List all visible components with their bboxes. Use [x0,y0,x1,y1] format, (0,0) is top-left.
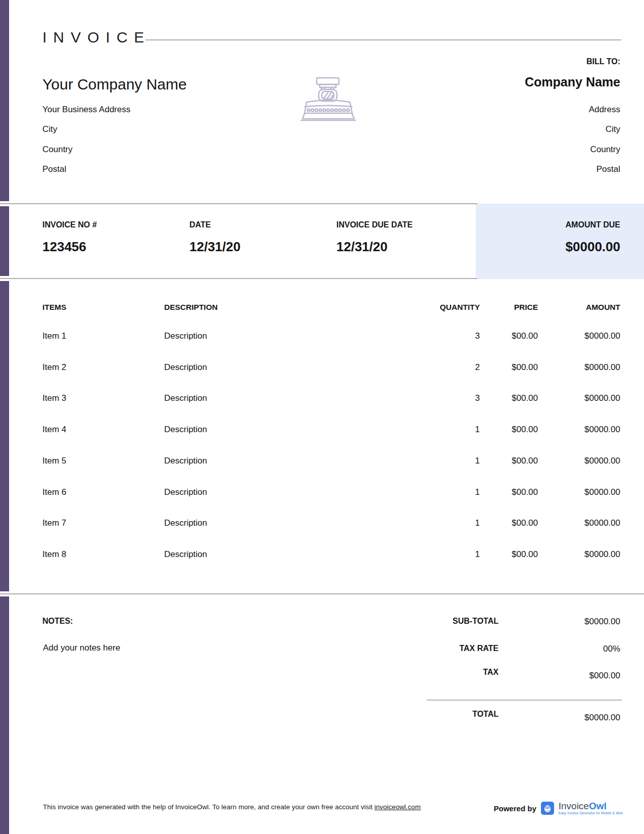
item-price: $00.00 [512,425,538,435]
owl-icon [541,802,554,815]
item-quantity: 1 [475,425,480,435]
notes-label: NOTES: [42,617,73,626]
notes-body: Add your notes here [43,643,120,653]
item-name: Item 1 [42,331,66,341]
total-label: TOTAL [472,710,499,719]
tax-value: $000.00 [589,671,620,681]
meta-bottom-rule [0,278,477,279]
item-price: $00.00 [512,362,538,373]
tax-label: TAX [483,668,499,677]
amount-due-label: AMOUNT DUE [566,220,620,229]
item-quantity: 1 [475,487,480,497]
item-amount: $0000.00 [584,331,620,341]
item-quantity: 1 [475,518,480,528]
item-amount: $0000.00 [584,518,620,528]
item-amount: $0000.00 [584,362,620,373]
company-address: Your Business Address [42,105,130,115]
item-description: Description [164,487,207,497]
invoiceowl-logo: Invoice Owl Easy Invoice Generator for M… [559,801,623,815]
item-price: $00.00 [512,393,538,403]
company-name: Your Company Name [42,76,187,93]
item-price: $00.00 [512,518,538,528]
col-header-amount: AMOUNT [586,303,620,312]
item-quantity: 3 [475,393,480,403]
col-header-price: PRICE [514,303,538,312]
item-price: $00.00 [512,456,538,466]
table-row: Item 1 Description 3 $00.00 $0000.00 [0,331,644,342]
table-row: Item 4 Description 1 $00.00 $0000.00 [0,425,644,436]
item-price: $00.00 [512,487,538,497]
invoice-page: INVOICE Your Company Name Your Business … [0,0,644,834]
table-row: Item 6 Description 1 $00.00 $0000.00 [0,487,644,498]
item-price: $00.00 [512,331,538,341]
due-date-value: 12/31/20 [336,239,387,255]
bill-to-country: Country [590,145,620,155]
footer-note: This invoice was generated with the help… [43,803,421,811]
total-rule [427,700,622,701]
item-name: Item 6 [42,487,66,497]
item-name: Item 5 [42,456,66,466]
accent-bar [0,0,9,834]
item-name: Item 4 [42,425,66,435]
bill-to-company-name: Company Name [525,75,620,89]
item-description: Description [164,362,207,373]
item-quantity: 2 [475,362,480,373]
footer-note-text: This invoice was generated with the help… [43,803,374,811]
item-price: $00.00 [512,549,538,560]
bill-to-label: BILL TO: [586,57,620,66]
date-label: DATE [189,220,211,229]
item-amount: $0000.00 [584,487,620,497]
table-row: Item 5 Description 1 $00.00 $0000.00 [0,456,644,467]
item-amount: $0000.00 [584,549,620,560]
item-name: Item 3 [42,393,66,403]
item-description: Description [164,393,207,403]
title-rule [145,39,621,40]
invoice-no-label: INVOICE NO # [42,220,97,229]
col-header-items: ITEMS [42,303,66,312]
item-quantity: 1 [475,549,480,560]
item-description: Description [164,549,207,560]
table-row: Item 8 Description 1 $00.00 $0000.00 [0,549,644,561]
tax-rate-label: TAX RATE [459,644,499,653]
logo-invoice-text: Invoice [559,801,589,811]
invoice-no-value: 123456 [42,239,86,255]
company-country: Country [42,145,73,155]
powered-by-label: Powered by [494,804,536,813]
page-title: INVOICE [42,29,151,46]
item-amount: $0000.00 [584,425,620,435]
table-row: Item 3 Description 3 $00.00 $0000.00 [0,393,644,404]
date-value: 12/31/20 [189,239,240,255]
due-date-label: INVOICE DUE DATE [336,220,413,229]
tax-rate-value: 00% [603,644,620,654]
company-postal: Postal [42,164,66,174]
company-city: City [42,124,57,134]
item-description: Description [164,456,207,466]
subtotal-value: $0000.00 [584,617,620,627]
col-header-description: DESCRIPTION [164,303,218,312]
meta-top-rule [0,203,477,204]
powered-by: Powered by Invoice Owl Easy Invoice Gene… [494,800,623,816]
col-header-quantity: QUANTITY [440,303,480,312]
item-name: Item 2 [42,362,66,373]
item-name: Item 7 [42,518,66,528]
item-quantity: 1 [475,456,480,466]
bill-to-address: Address [589,105,620,115]
item-name: Item 8 [42,549,66,560]
items-bottom-rule [0,593,644,594]
item-description: Description [164,518,207,528]
bill-to-postal: Postal [597,164,620,174]
table-row: Item 2 Description 2 $00.00 $0000.00 [0,362,644,374]
logo-owl-text: Owl [589,801,607,811]
item-amount: $0000.00 [584,456,620,466]
invoiceowl-link[interactable]: invoiceowl.com [374,803,421,811]
bill-to-city: City [606,124,620,134]
item-description: Description [164,331,207,341]
subtotal-label: SUB-TOTAL [453,617,499,626]
amount-due-value: $0000.00 [566,239,620,255]
table-row: Item 7 Description 1 $00.00 $0000.00 [0,518,644,529]
cash-register-icon [293,76,364,124]
total-value: $0000.00 [584,713,620,723]
logo-tagline: Easy Invoice Generator for Mobile & Web [559,812,623,815]
item-amount: $0000.00 [584,393,620,403]
item-description: Description [164,425,207,435]
